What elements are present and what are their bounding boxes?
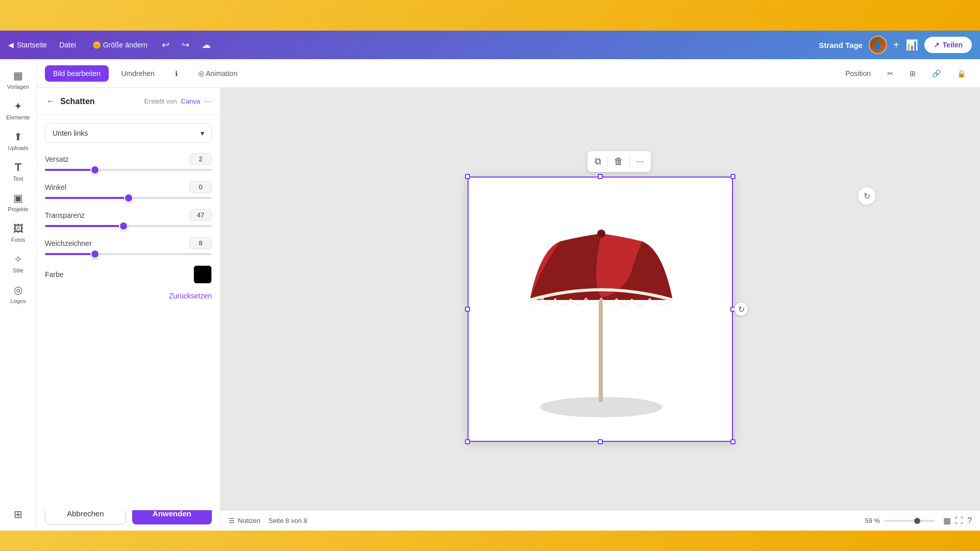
fotos-label: Fotos [11, 237, 26, 243]
stile-label: Stile [13, 267, 23, 273]
startseite-button[interactable]: ◀ Startseite [8, 41, 47, 49]
umdrehen-button[interactable]: Umdrehen [113, 65, 162, 82]
weichzeichner-value[interactable]: 8 [189, 237, 212, 249]
winkel-thumb[interactable] [124, 193, 133, 203]
fullscreen-button[interactable]: ⛶ [955, 516, 963, 525]
animation-button[interactable]: ◎ Animation [190, 65, 246, 82]
sun-icon: 🌞 [92, 41, 101, 49]
position-button[interactable]: Position [839, 66, 877, 81]
text-icon: T [12, 161, 24, 173]
canvas-container: ⧉ 🗑 ··· ↻ ↻ [468, 177, 733, 442]
winkel-fill [45, 197, 129, 199]
back-button[interactable]: ← [45, 95, 56, 108]
avatar: 👤 [869, 36, 887, 54]
datei-button[interactable]: Datei [55, 39, 80, 51]
sidebar-item-uploads[interactable]: ⬆ Uploads [2, 127, 35, 155]
versatz-header: Versatz 2 [45, 153, 212, 165]
weichzeichner-slider[interactable] [45, 253, 212, 255]
page-indicator: Seite 8 von 8 [268, 517, 307, 524]
lock-button[interactable]: 🔒 [951, 66, 972, 81]
analytics-button[interactable]: 📊 [905, 39, 918, 51]
sidebar-item-projekte[interactable]: ▣ Projekte [2, 188, 35, 216]
float-delete-button[interactable]: 🗑 [612, 154, 625, 169]
sidebar-item-elemente[interactable]: ✦ Elemente [2, 96, 35, 124]
help-button[interactable]: ? [967, 516, 972, 525]
versatz-value[interactable]: 2 [189, 153, 212, 165]
chevron-down-icon: ▾ [201, 129, 204, 137]
weichzeichner-thumb[interactable] [90, 249, 100, 259]
sidebar-item-text[interactable]: T Text [2, 157, 35, 186]
transparenz-slider[interactable] [45, 225, 212, 227]
share-icon: ↗ [934, 41, 940, 49]
sidebar-item-stile[interactable]: ✧ Stile [2, 249, 35, 278]
winkel-slider[interactable] [45, 197, 212, 199]
handle-bottom-right[interactable] [730, 439, 736, 444]
farbe-swatch[interactable] [193, 265, 212, 284]
project-title: Strand Tage [819, 41, 863, 49]
canva-link[interactable]: Canva [181, 97, 200, 105]
handle-top-right[interactable] [730, 174, 736, 179]
notizen-button[interactable]: ☰ Notizen [229, 517, 260, 524]
handle-top-left[interactable] [465, 174, 470, 179]
grid-button[interactable]: ⊞ [903, 66, 922, 81]
versatz-thumb[interactable] [90, 165, 100, 174]
status-right-buttons: ▦ ⛶ ? [943, 516, 972, 525]
reset-button[interactable]: Zurücksetzen [45, 292, 212, 300]
handle-bottom-left[interactable] [465, 439, 470, 444]
handle-top-center[interactable] [598, 174, 603, 179]
canvas-page[interactable] [468, 177, 733, 442]
weichzeichner-fill [45, 253, 95, 255]
panel-subtitle: Erstellt von Canva [144, 97, 200, 105]
transparenz-thumb[interactable] [119, 221, 128, 231]
projekte-label: Projekte [8, 206, 28, 212]
add-collaborator-button[interactable]: + [893, 39, 899, 51]
panel-title: Schatten [60, 97, 140, 106]
stile-icon: ✧ [12, 253, 24, 265]
notes-icon: ☰ [229, 517, 235, 524]
winkel-value[interactable]: 0 [189, 181, 212, 193]
farbe-row: Farbe [45, 265, 212, 284]
canvas-area: ⧉ 🗑 ··· ↻ ↻ [220, 88, 980, 531]
teilen-button[interactable]: ↗ Teilen [924, 37, 972, 53]
transparenz-value[interactable]: 47 [189, 209, 212, 221]
float-more-button[interactable]: ··· [634, 154, 646, 169]
apps-icon: ⊞ [12, 508, 24, 520]
sidebar-item-vorlagen[interactable]: ▦ Vorlagen [2, 65, 35, 94]
header-left: ◀ Startseite Datei 🌞 Größe ändern ↩ ↪ ☁ [8, 37, 811, 53]
zoom-level: 59 % [865, 517, 880, 524]
weichzeichner-label: Weichzeichner [45, 239, 92, 247]
float-separator-2 [629, 157, 630, 167]
info-button[interactable]: ℹ [167, 65, 186, 82]
position-dropdown[interactable]: Unten links ▾ [45, 123, 212, 143]
sidebar-item-apps[interactable]: ⊞ [2, 504, 35, 524]
crop-button[interactable]: ✂ [881, 66, 899, 81]
grid-view-button[interactable]: ▦ [943, 516, 951, 525]
header: ◀ Startseite Datei 🌞 Größe ändern ↩ ↪ ☁ … [0, 31, 980, 59]
handle-bottom-center[interactable] [598, 439, 603, 444]
umbrella-image[interactable] [499, 198, 703, 422]
handle-middle-left[interactable] [465, 307, 470, 312]
redo-button[interactable]: ↪ [180, 37, 191, 53]
link-button[interactable]: 🔗 [926, 66, 947, 81]
cloud-save-button[interactable]: ☁ [200, 37, 213, 53]
winkel-label: Winkel [45, 183, 66, 191]
versatz-slider[interactable] [45, 169, 212, 171]
float-copy-button[interactable]: ⧉ [593, 154, 603, 169]
undo-button[interactable]: ↩ [160, 37, 172, 53]
bild-bearbeiten-button[interactable]: Bild bearbeiten [45, 65, 109, 82]
transparenz-header: Transparenz 47 [45, 209, 212, 221]
more-options-button[interactable]: ··· [204, 96, 212, 107]
versatz-slider-row: Versatz 2 [45, 153, 212, 171]
startseite-label: Startseite [17, 41, 47, 49]
zoom-thumb[interactable] [914, 518, 920, 524]
rotate-handle[interactable]: ↻ [734, 302, 748, 316]
animation-icon: ◎ [198, 69, 204, 78]
canvas-refresh-button[interactable]: ↻ [857, 187, 876, 205]
versatz-label: Versatz [45, 155, 69, 163]
zoom-controls: 59 % [865, 517, 935, 524]
sidebar-item-logos[interactable]: ◎ Logos [2, 280, 35, 308]
zoom-slider[interactable] [884, 520, 935, 522]
float-toolbar: ⧉ 🗑 ··· [587, 151, 651, 172]
groesse-aendern-button[interactable]: 🌞 Größe ändern [88, 39, 152, 51]
sidebar-item-fotos[interactable]: 🖼 Fotos [2, 218, 35, 247]
